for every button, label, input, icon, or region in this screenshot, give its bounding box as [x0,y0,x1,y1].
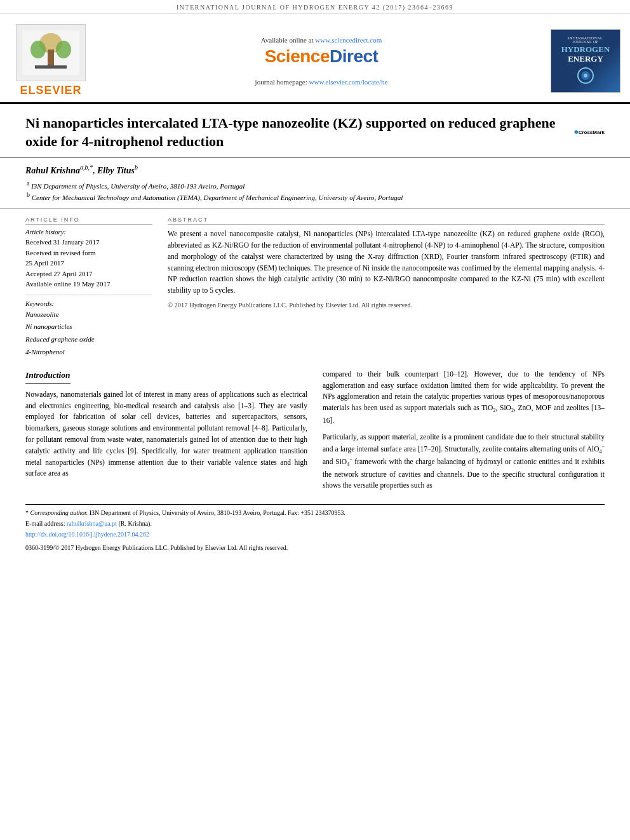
footnote-email-suffix: (R. Krishna). [118,520,152,527]
history-item-3: 25 April 2017 [25,258,152,269]
history-item-5: Available online 19 May 2017 [25,279,152,290]
keyword-1: Nanozeolite [25,309,152,321]
article-info-label: Article Info [25,217,152,225]
info-divider [25,295,152,295]
journal-homepage-line: journal homepage: www.elsevier.com/locat… [255,78,388,86]
footnote-corresponding: * Corresponding author. I3N Department o… [25,509,605,517]
crossmark-logo: CrossMark [574,117,605,147]
abstract-text: We present a novel nanocomposite catalys… [168,229,605,297]
affiliation-b-text: Center for Mechanical Technology and Aut… [32,193,403,201]
body-two-col: Introduction Nowadays, nanomaterials gai… [25,369,605,497]
history-label: Article history: [25,229,152,236]
journal-citation: International Journal of Hydrogen Energy… [177,4,453,11]
body-col-right: compared to their bulk counterpart [10–1… [323,369,605,497]
article-title-section: Ni nanoparticles intercalated LTA-type n… [0,104,630,157]
available-online-text: Available online at www.sciencedirect.co… [261,36,382,44]
copyright-text: © 2017 Hydrogen Energy Publications LLC.… [168,302,605,309]
keyword-4: 4-Nitrophenol [25,346,152,359]
affiliation-a: a I3N Department of Physics, University … [25,180,605,190]
keywords-list: Nanozeolite Ni nanoparticles Reduced gra… [25,309,152,359]
history-item-2: Received in revised form [25,248,152,258]
authors-section: Rahul Krishnaa,b,*, Elby Titusb a I3N De… [0,157,630,203]
crossmark-label: CrossMark [579,130,605,136]
body-col-left: Introduction Nowadays, nanomaterials gai… [25,369,307,497]
author2-name: Elby Titus [97,166,135,175]
footnote-email-label: E-mail address: [25,520,67,527]
footnote-email: E-mail address: rahulkrishna@ua.pt (R. K… [25,519,605,528]
journal-cover-area: InternationalJournal of HYDROGEN ENERGY [541,19,630,102]
sciencedirect-url[interactable]: www.sciencedirect.com [315,36,382,44]
body-para-3: Particularly, as support material, zeoli… [323,432,605,491]
journal-cover-image: InternationalJournal of HYDROGEN ENERGY [551,29,620,93]
body-para-2: compared to their bulk counterpart [10–1… [323,369,605,427]
cover-graphic [566,66,605,85]
elsevier-logo-area: ELSEVIER [0,19,102,102]
svg-rect-4 [48,50,54,65]
body-para-1: Nowadays, nanomaterials gained lot of in… [25,389,307,480]
doi-link[interactable]: http://dx.doi.org/10.1016/j.ijhydene.201… [25,531,149,538]
author1-sup: a,b,* [80,164,93,171]
footnotes-section: * Corresponding author. I3N Department o… [25,504,605,539]
history-item-4: Accepted 27 April 2017 [25,269,152,279]
svg-point-2 [30,41,46,58]
keyword-2: Ni nanoparticles [25,321,152,333]
author1-name: Rahul Krishna [25,166,80,175]
footnote-corresponding-text: Corresponding author. I3N Department of … [30,509,346,516]
abstract-label: Abstract [168,217,605,225]
svg-point-3 [56,41,71,58]
footnote-asterisk: * [25,509,30,516]
article-title-text: Ni nanoparticles intercalated LTA-type n… [25,114,564,150]
article-info-abstract: Article Info Article history: Received 3… [0,208,630,359]
journal-homepage-url[interactable]: www.elsevier.com/locate/he [309,78,388,86]
elsevier-brand-text: ELSEVIER [20,84,81,97]
abstract-column: Abstract We present a novel nanocomposit… [168,217,605,359]
svg-point-8 [584,74,587,77]
crossmark-svg [574,118,579,146]
journal-header-bar: International Journal of Hydrogen Energy… [0,0,630,14]
elsevier-tree-svg [22,30,79,75]
elsevier-image [16,24,86,81]
sciencedirect-header: Available online at www.sciencedirect.co… [102,19,541,102]
article-title: Ni nanoparticles intercalated LTA-type n… [25,114,605,150]
history-item-1: Received 31 January 2017 [25,237,152,248]
affiliation-a-text: I3N Department of Physics, University of… [31,182,245,190]
article-info-column: Article Info Article history: Received 3… [25,217,152,359]
sciencedirect-title: ScienceDirect [265,46,379,67]
author2-sup: b [135,164,138,171]
affiliation-b: b Center for Mechanical Technology and A… [25,191,605,201]
svg-rect-5 [35,65,67,69]
main-body: Introduction Nowadays, nanomaterials gai… [0,359,630,497]
footnote-doi: http://dx.doi.org/10.1016/j.ijhydene.201… [25,530,605,539]
footnote-email-link[interactable]: rahulkrishna@ua.pt [67,520,117,527]
issn-line: 0360-3199/© 2017 Hydrogen Energy Publica… [0,542,630,554]
authors-line: Rahul Krishnaa,b,*, Elby Titusb [25,164,605,176]
keywords-label: Keywords: [25,300,152,307]
journal-header: ELSEVIER Available online at www.science… [0,14,630,104]
intro-heading: Introduction [25,369,70,384]
keyword-3: Reduced graphene oxide [25,333,152,346]
